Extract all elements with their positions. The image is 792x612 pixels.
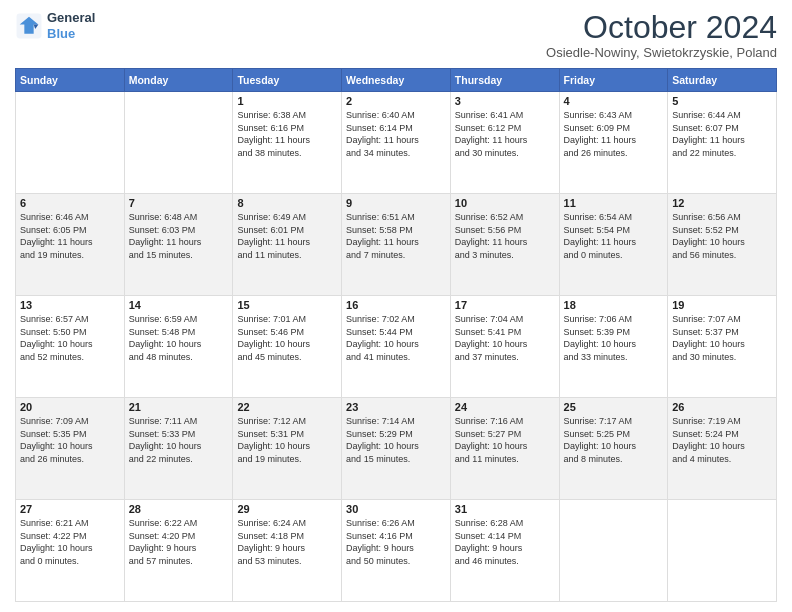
day-number: 5: [672, 95, 772, 107]
weekday-header-friday: Friday: [559, 69, 668, 92]
calendar-table: SundayMondayTuesdayWednesdayThursdayFrid…: [15, 68, 777, 602]
calendar-week-row: 13Sunrise: 6:57 AM Sunset: 5:50 PM Dayli…: [16, 296, 777, 398]
day-info: Sunrise: 6:52 AM Sunset: 5:56 PM Dayligh…: [455, 211, 555, 261]
day-info: Sunrise: 7:17 AM Sunset: 5:25 PM Dayligh…: [564, 415, 664, 465]
day-number: 9: [346, 197, 446, 209]
day-info: Sunrise: 6:49 AM Sunset: 6:01 PM Dayligh…: [237, 211, 337, 261]
calendar-day-cell: 5Sunrise: 6:44 AM Sunset: 6:07 PM Daylig…: [668, 92, 777, 194]
calendar-day-cell: 1Sunrise: 6:38 AM Sunset: 6:16 PM Daylig…: [233, 92, 342, 194]
calendar-day-cell: 10Sunrise: 6:52 AM Sunset: 5:56 PM Dayli…: [450, 194, 559, 296]
day-number: 13: [20, 299, 120, 311]
calendar-day-cell: [559, 500, 668, 602]
day-info: Sunrise: 6:22 AM Sunset: 4:20 PM Dayligh…: [129, 517, 229, 567]
day-info: Sunrise: 6:24 AM Sunset: 4:18 PM Dayligh…: [237, 517, 337, 567]
weekday-header-wednesday: Wednesday: [342, 69, 451, 92]
calendar-day-cell: 22Sunrise: 7:12 AM Sunset: 5:31 PM Dayli…: [233, 398, 342, 500]
day-info: Sunrise: 6:46 AM Sunset: 6:05 PM Dayligh…: [20, 211, 120, 261]
weekday-header-saturday: Saturday: [668, 69, 777, 92]
day-number: 8: [237, 197, 337, 209]
day-info: Sunrise: 6:38 AM Sunset: 6:16 PM Dayligh…: [237, 109, 337, 159]
day-info: Sunrise: 7:09 AM Sunset: 5:35 PM Dayligh…: [20, 415, 120, 465]
calendar-week-row: 6Sunrise: 6:46 AM Sunset: 6:05 PM Daylig…: [16, 194, 777, 296]
weekday-header-thursday: Thursday: [450, 69, 559, 92]
calendar-header: SundayMondayTuesdayWednesdayThursdayFrid…: [16, 69, 777, 92]
day-number: 1: [237, 95, 337, 107]
day-number: 14: [129, 299, 229, 311]
calendar-day-cell: [668, 500, 777, 602]
day-number: 23: [346, 401, 446, 413]
weekday-header-sunday: Sunday: [16, 69, 125, 92]
logo: General Blue: [15, 10, 95, 41]
calendar-week-row: 27Sunrise: 6:21 AM Sunset: 4:22 PM Dayli…: [16, 500, 777, 602]
header: General Blue October 2024 Osiedle-Nowiny…: [15, 10, 777, 60]
logo-icon: [15, 12, 43, 40]
day-number: 24: [455, 401, 555, 413]
day-info: Sunrise: 6:48 AM Sunset: 6:03 PM Dayligh…: [129, 211, 229, 261]
calendar-day-cell: 28Sunrise: 6:22 AM Sunset: 4:20 PM Dayli…: [124, 500, 233, 602]
day-info: Sunrise: 6:28 AM Sunset: 4:14 PM Dayligh…: [455, 517, 555, 567]
day-number: 6: [20, 197, 120, 209]
title-block: October 2024 Osiedle-Nowiny, Swietokrzys…: [546, 10, 777, 60]
day-info: Sunrise: 6:43 AM Sunset: 6:09 PM Dayligh…: [564, 109, 664, 159]
calendar-day-cell: 21Sunrise: 7:11 AM Sunset: 5:33 PM Dayli…: [124, 398, 233, 500]
calendar-day-cell: 18Sunrise: 7:06 AM Sunset: 5:39 PM Dayli…: [559, 296, 668, 398]
day-info: Sunrise: 6:40 AM Sunset: 6:14 PM Dayligh…: [346, 109, 446, 159]
day-info: Sunrise: 7:11 AM Sunset: 5:33 PM Dayligh…: [129, 415, 229, 465]
month-title: October 2024: [546, 10, 777, 45]
day-number: 27: [20, 503, 120, 515]
calendar-day-cell: 15Sunrise: 7:01 AM Sunset: 5:46 PM Dayli…: [233, 296, 342, 398]
day-number: 10: [455, 197, 555, 209]
day-info: Sunrise: 7:06 AM Sunset: 5:39 PM Dayligh…: [564, 313, 664, 363]
day-number: 19: [672, 299, 772, 311]
day-number: 28: [129, 503, 229, 515]
calendar-day-cell: 30Sunrise: 6:26 AM Sunset: 4:16 PM Dayli…: [342, 500, 451, 602]
calendar-day-cell: 20Sunrise: 7:09 AM Sunset: 5:35 PM Dayli…: [16, 398, 125, 500]
day-info: Sunrise: 7:12 AM Sunset: 5:31 PM Dayligh…: [237, 415, 337, 465]
day-number: 3: [455, 95, 555, 107]
calendar-day-cell: 23Sunrise: 7:14 AM Sunset: 5:29 PM Dayli…: [342, 398, 451, 500]
day-info: Sunrise: 7:07 AM Sunset: 5:37 PM Dayligh…: [672, 313, 772, 363]
calendar-day-cell: 14Sunrise: 6:59 AM Sunset: 5:48 PM Dayli…: [124, 296, 233, 398]
day-number: 4: [564, 95, 664, 107]
day-info: Sunrise: 6:41 AM Sunset: 6:12 PM Dayligh…: [455, 109, 555, 159]
day-info: Sunrise: 7:01 AM Sunset: 5:46 PM Dayligh…: [237, 313, 337, 363]
calendar-day-cell: 13Sunrise: 6:57 AM Sunset: 5:50 PM Dayli…: [16, 296, 125, 398]
day-number: 20: [20, 401, 120, 413]
calendar-day-cell: 2Sunrise: 6:40 AM Sunset: 6:14 PM Daylig…: [342, 92, 451, 194]
day-number: 11: [564, 197, 664, 209]
calendar-day-cell: 3Sunrise: 6:41 AM Sunset: 6:12 PM Daylig…: [450, 92, 559, 194]
calendar-day-cell: [124, 92, 233, 194]
page: General Blue October 2024 Osiedle-Nowiny…: [0, 0, 792, 612]
day-info: Sunrise: 6:21 AM Sunset: 4:22 PM Dayligh…: [20, 517, 120, 567]
weekday-header-tuesday: Tuesday: [233, 69, 342, 92]
day-info: Sunrise: 6:57 AM Sunset: 5:50 PM Dayligh…: [20, 313, 120, 363]
calendar-day-cell: 25Sunrise: 7:17 AM Sunset: 5:25 PM Dayli…: [559, 398, 668, 500]
calendar-day-cell: 27Sunrise: 6:21 AM Sunset: 4:22 PM Dayli…: [16, 500, 125, 602]
day-info: Sunrise: 6:26 AM Sunset: 4:16 PM Dayligh…: [346, 517, 446, 567]
calendar-day-cell: 12Sunrise: 6:56 AM Sunset: 5:52 PM Dayli…: [668, 194, 777, 296]
day-number: 29: [237, 503, 337, 515]
day-number: 26: [672, 401, 772, 413]
calendar-day-cell: 17Sunrise: 7:04 AM Sunset: 5:41 PM Dayli…: [450, 296, 559, 398]
calendar-week-row: 20Sunrise: 7:09 AM Sunset: 5:35 PM Dayli…: [16, 398, 777, 500]
calendar-day-cell: 19Sunrise: 7:07 AM Sunset: 5:37 PM Dayli…: [668, 296, 777, 398]
day-number: 16: [346, 299, 446, 311]
calendar-day-cell: [16, 92, 125, 194]
day-number: 31: [455, 503, 555, 515]
calendar-day-cell: 8Sunrise: 6:49 AM Sunset: 6:01 PM Daylig…: [233, 194, 342, 296]
calendar-day-cell: 31Sunrise: 6:28 AM Sunset: 4:14 PM Dayli…: [450, 500, 559, 602]
day-info: Sunrise: 7:04 AM Sunset: 5:41 PM Dayligh…: [455, 313, 555, 363]
day-info: Sunrise: 7:16 AM Sunset: 5:27 PM Dayligh…: [455, 415, 555, 465]
day-info: Sunrise: 6:54 AM Sunset: 5:54 PM Dayligh…: [564, 211, 664, 261]
day-info: Sunrise: 7:19 AM Sunset: 5:24 PM Dayligh…: [672, 415, 772, 465]
calendar-day-cell: 26Sunrise: 7:19 AM Sunset: 5:24 PM Dayli…: [668, 398, 777, 500]
calendar-day-cell: 24Sunrise: 7:16 AM Sunset: 5:27 PM Dayli…: [450, 398, 559, 500]
logo-text: General Blue: [47, 10, 95, 41]
location-subtitle: Osiedle-Nowiny, Swietokrzyskie, Poland: [546, 45, 777, 60]
day-number: 2: [346, 95, 446, 107]
calendar-day-cell: 7Sunrise: 6:48 AM Sunset: 6:03 PM Daylig…: [124, 194, 233, 296]
weekday-header-monday: Monday: [124, 69, 233, 92]
day-number: 15: [237, 299, 337, 311]
calendar-day-cell: 4Sunrise: 6:43 AM Sunset: 6:09 PM Daylig…: [559, 92, 668, 194]
calendar-day-cell: 29Sunrise: 6:24 AM Sunset: 4:18 PM Dayli…: [233, 500, 342, 602]
